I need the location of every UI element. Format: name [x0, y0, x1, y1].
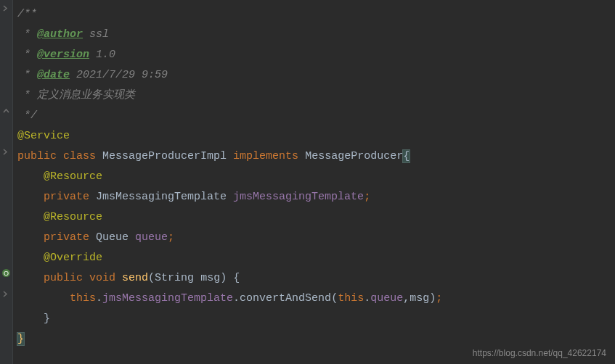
code-line: } [17, 329, 615, 349]
svg-text:O: O [4, 270, 9, 277]
code-line: @Resource [17, 207, 615, 228]
fold-icon[interactable] [2, 106, 10, 114]
code-line: private Queue queue; [17, 228, 615, 248]
code-line: * @date 2021/7/29 9:59 [17, 65, 615, 86]
fold-icon[interactable] [2, 148, 10, 156]
code-line: /** [17, 4, 615, 25]
code-line: */ [17, 106, 615, 126]
code-line: this.jmsMessagingTemplate.convertAndSend… [17, 289, 615, 309]
gutter: O [0, 0, 13, 364]
code-area[interactable]: /** * @author ssl * @version 1.0 * @date… [13, 0, 615, 364]
fold-icon[interactable] [2, 4, 10, 12]
fold-icon[interactable] [2, 290, 10, 298]
code-line: * 定义消息业务实现类 [17, 86, 615, 106]
code-line: @Override [17, 248, 615, 268]
code-line: public void send(String msg) { [17, 268, 615, 289]
code-line: private JmsMessagingTemplate jmsMessagin… [17, 187, 615, 207]
code-line: * @version 1.0 [17, 45, 615, 65]
override-gutter-icon[interactable]: O [1, 268, 11, 278]
code-line: @Resource [17, 167, 615, 187]
code-line: * @author ssl [17, 25, 615, 45]
code-line: @Service [17, 126, 615, 146]
code-line: } [17, 309, 615, 329]
watermark-text: https://blog.csdn.net/qq_42622174 [473, 348, 606, 358]
code-line: public class MessageProducerImpl impleme… [17, 146, 615, 167]
code-editor: O /** * @author ssl * @version 1.0 * @da… [0, 0, 615, 364]
